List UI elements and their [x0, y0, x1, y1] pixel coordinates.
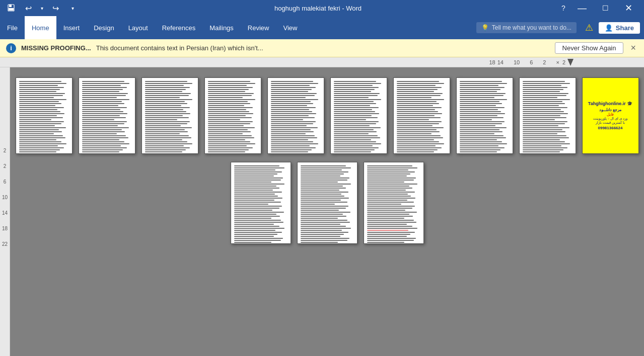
- share-label: Share: [616, 24, 634, 32]
- maximize-button[interactable]: ☐: [594, 0, 617, 16]
- ruler-num: 2: [562, 59, 565, 65]
- references-tab[interactable]: References: [155, 16, 202, 39]
- page-content: [394, 78, 450, 153]
- page-10-ad[interactable]: Tahghighonline.ir 🎓 مرجع دانلـــود فایل …: [582, 77, 639, 154]
- left-ruler: 2 2 6 10 14 18 22: [0, 67, 10, 356]
- ad-phone: 09981366624: [598, 126, 623, 130]
- info-close-button[interactable]: ×: [628, 43, 638, 53]
- close-button[interactable]: ✕: [617, 0, 640, 16]
- svg-rect-2: [9, 8, 14, 11]
- minimize-button[interactable]: —: [570, 0, 594, 16]
- layout-tab[interactable]: Layout: [121, 16, 155, 39]
- page-content: [520, 78, 576, 153]
- page-1[interactable]: [16, 77, 73, 154]
- page-content: [457, 78, 513, 153]
- info-bar: i MISSING PROOFING... This document cont…: [0, 39, 644, 57]
- redo-button[interactable]: ↪: [48, 1, 62, 15]
- page-9[interactable]: [519, 77, 576, 154]
- share-button[interactable]: 👤 Share: [599, 22, 640, 34]
- svg-rect-1: [9, 5, 12, 7]
- page-8[interactable]: [456, 77, 513, 154]
- page-row-1: Tahghighonline.ir 🎓 مرجع دانلـــود فایل …: [16, 77, 639, 154]
- page-3[interactable]: [141, 77, 198, 154]
- page-11[interactable]: [231, 162, 291, 244]
- title-bar: ↩ ▾ ↪ ▾ hoghugh malekiat fekri - Word ? …: [0, 0, 644, 16]
- undo-button[interactable]: ↩: [21, 1, 35, 15]
- page-2[interactable]: [79, 77, 135, 154]
- ad-line1: مرجع دانلـــود: [599, 108, 621, 112]
- page-content: [79, 78, 135, 153]
- ad-site: Tahghighonline.ir 🎓: [588, 101, 632, 106]
- page-content: [268, 78, 324, 153]
- page-12[interactable]: [297, 162, 357, 244]
- page-6[interactable]: [330, 77, 387, 154]
- info-icon: i: [6, 43, 16, 53]
- title-bar-right: ? — ☐ ✕: [556, 0, 640, 16]
- lightbulb-icon: 💡: [481, 24, 489, 31]
- page-5[interactable]: [267, 77, 324, 154]
- page-content: [142, 78, 198, 153]
- help-button[interactable]: ?: [556, 1, 570, 15]
- page-content: [231, 162, 291, 243]
- review-tab[interactable]: Review: [241, 16, 276, 39]
- document-area[interactable]: Tahghighonline.ir 🎓 مرجع دانلـــود فایل …: [10, 67, 644, 356]
- warning-icon[interactable]: ⚠: [582, 20, 597, 35]
- top-ruler: 18 14 10 6 2 × 2: [0, 57, 644, 67]
- view-tab[interactable]: View: [276, 16, 304, 39]
- ad-line2: فایل: [607, 112, 614, 117]
- ruler-num: 14: [497, 59, 504, 65]
- title-bar-left: ↩ ▾ ↪ ▾: [4, 1, 80, 15]
- page-row-2: [231, 162, 424, 244]
- search-hint: Tell me what you want to do...: [492, 24, 571, 31]
- home-tab[interactable]: Home: [25, 16, 56, 39]
- page-content: [298, 162, 357, 243]
- mailings-tab[interactable]: Mailings: [202, 16, 241, 39]
- page-7[interactable]: [393, 77, 450, 154]
- ruler-marker: ×: [556, 59, 559, 65]
- save-button[interactable]: [4, 1, 18, 15]
- person-icon: 👤: [605, 24, 613, 32]
- svg-marker-3: [567, 59, 574, 66]
- file-tab[interactable]: File: [0, 16, 25, 39]
- ad-line3: ورد ی ای ال - پاورپوینت: [593, 117, 627, 121]
- page-content: [364, 162, 423, 243]
- ruler-num: 18: [489, 59, 495, 65]
- undo-dropdown[interactable]: ▾: [38, 1, 45, 15]
- page-13[interactable]: [364, 162, 424, 244]
- info-message: This document contains text in Persian (…: [96, 44, 550, 52]
- ad-line4: با کمترین قیمت بازار: [596, 121, 625, 125]
- ruler-num: 10: [514, 59, 520, 65]
- never-show-button[interactable]: Never Show Again: [555, 42, 624, 54]
- page-4[interactable]: [204, 77, 261, 154]
- insert-tab[interactable]: Insert: [56, 16, 87, 39]
- page-content: [16, 78, 72, 153]
- customize-qat[interactable]: ▾: [65, 1, 80, 15]
- ribbon: File Home Insert Design Layout Reference…: [0, 16, 644, 39]
- ruler-handle: [567, 59, 574, 66]
- window-title: hoghugh malekiat fekri - Word: [80, 5, 556, 12]
- main-area: 2 2 6 10 14 18 22: [0, 67, 644, 356]
- ruler-num: 2: [543, 59, 546, 65]
- ruler-num: 6: [530, 59, 533, 65]
- info-title: MISSING PROOFING...: [21, 44, 91, 52]
- page-content: [331, 78, 387, 153]
- page-content: [205, 78, 261, 153]
- design-tab[interactable]: Design: [87, 16, 121, 39]
- ribbon-search[interactable]: 💡 Tell me what you want to do...: [476, 22, 577, 33]
